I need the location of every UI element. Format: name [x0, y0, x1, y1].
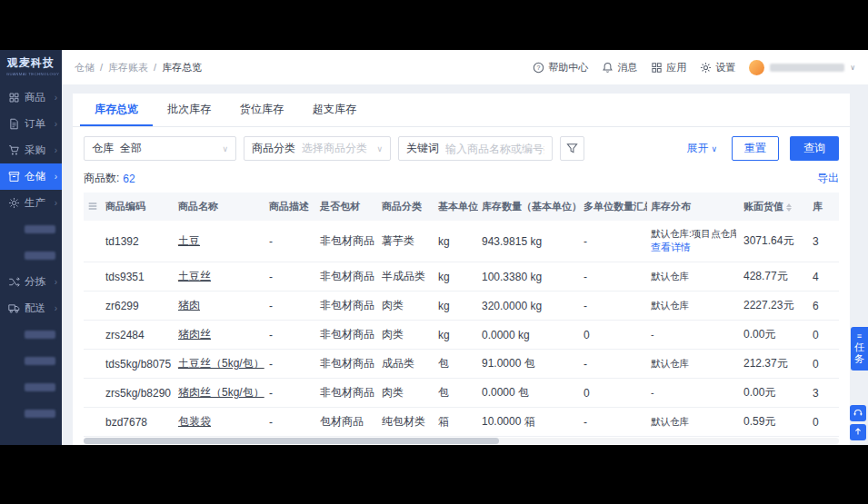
- column-label: 是否包材: [320, 201, 360, 212]
- sidebar-item-采购[interactable]: 采购›: [0, 137, 62, 163]
- view-details-link[interactable]: 查看详情: [651, 241, 736, 255]
- sidebar-item-label: 生产: [25, 196, 50, 210]
- apps-button[interactable]: 应用: [651, 61, 686, 74]
- horizontal-scrollbar[interactable]: [84, 438, 839, 444]
- category-select[interactable]: 商品分类 选择商品分类 ∨: [244, 136, 391, 161]
- reset-button[interactable]: 重置: [732, 136, 779, 161]
- cell-quantity: 91.0000 包: [478, 350, 580, 379]
- distribution-text: -: [651, 328, 736, 341]
- table-row[interactable]: zr6299猪肉-非包材商品肉类kg320.0000 kg-默认仓库2227.2…: [84, 292, 839, 321]
- cell-category: 半成品类: [378, 262, 434, 292]
- sidebar-item-redacted[interactable]: [0, 321, 62, 348]
- cell-quantity: 10.0000 箱: [478, 408, 580, 437]
- grid-icon: [8, 92, 20, 104]
- cell-product-name: 土豆丝（5kg/包）: [175, 350, 265, 379]
- sidebar-item-分拣[interactable]: 分拣›: [0, 269, 62, 295]
- table-row[interactable]: tds5kg/b8075土豆丝（5kg/包）-非包材商品成品类包91.0000 …: [84, 350, 839, 379]
- sidebar-item-label: 商品: [25, 91, 50, 104]
- sidebar-item-redacted[interactable]: [0, 348, 62, 374]
- column-header-账面货值[interactable]: 账面货值: [740, 193, 809, 221]
- header-actions: ? 帮助中心 消息 应用 设置 ∨: [533, 60, 855, 75]
- column-settings-header[interactable]: [84, 193, 102, 221]
- redacted-label: [25, 331, 55, 339]
- scrollbar-thumb[interactable]: [84, 438, 499, 444]
- product-name-link[interactable]: 猪肉: [178, 299, 200, 311]
- product-name-link[interactable]: 土豆: [178, 234, 200, 247]
- cell-clipped-column: 0: [809, 321, 839, 350]
- help-center-button[interactable]: ? 帮助中心: [533, 61, 588, 74]
- column-label: 多单位数量汇总: [584, 201, 647, 212]
- expand-filters-link[interactable]: 展开 ∨: [686, 141, 717, 156]
- sidebar-item-配送[interactable]: 配送›: [0, 295, 62, 321]
- product-name-link[interactable]: 包装袋: [178, 415, 211, 428]
- redacted-label: [25, 225, 55, 233]
- tab-货位库存[interactable]: 货位库存: [225, 94, 298, 126]
- task-panel-tab[interactable]: ≡ 任务: [851, 327, 868, 371]
- floating-top-button[interactable]: [850, 424, 866, 440]
- cell-base-unit: kg: [434, 262, 478, 292]
- product-name-link[interactable]: 土豆丝（5kg/包）: [178, 357, 264, 370]
- settings-button[interactable]: 设置: [700, 61, 735, 74]
- table-row[interactable]: td1392土豆-非包材商品薯芋类kg943.9815 kg-默认仓库:项目点仓…: [84, 221, 839, 262]
- table-row[interactable]: tds9351土豆丝-非包材商品半成品类kg100.3380 kg-默认仓库42…: [84, 262, 839, 292]
- distribution-text: 默认仓库:项目点仓库: [651, 227, 736, 241]
- sidebar-item-商品[interactable]: 商品›: [0, 84, 62, 111]
- breadcrumb-item[interactable]: 库存账表: [108, 61, 148, 74]
- content-card: 库存总览批次库存货位库存超支库存 仓库 全部 ∨ 商品分类 选择商品分类 ∨ 关…: [73, 94, 850, 445]
- cell-multi-unit-total: -: [580, 408, 647, 437]
- cell-multi-unit-total: -: [580, 221, 647, 262]
- floating-service-button[interactable]: [850, 405, 866, 421]
- cell-distribution: 默认仓库: [647, 408, 740, 437]
- sidebar-item-生产[interactable]: 生产›: [0, 190, 62, 216]
- keyword-input[interactable]: [445, 143, 544, 155]
- brand-logo[interactable]: 观麦科技 GUANMAI TECHNOLOGY: [0, 50, 62, 81]
- user-menu[interactable]: ∨: [749, 60, 855, 75]
- sidebar-item-redacted[interactable]: [0, 242, 62, 269]
- export-link[interactable]: 导出: [817, 171, 839, 186]
- table-row[interactable]: zrs2484猪肉丝-非包材商品肉类kg0.0000 kg0-0.00元0: [84, 321, 839, 350]
- sidebar-item-redacted[interactable]: [0, 374, 62, 400]
- column-header-库: 库: [809, 193, 839, 221]
- column-header-商品描述: 商品描述: [265, 193, 316, 221]
- sidebar-item-label: 采购: [25, 143, 50, 157]
- table-row[interactable]: zrs5kg/b8290猪肉丝（5kg/包）-非包材商品肉类包0.0000 包0…: [84, 379, 839, 408]
- column-header-商品编码: 商品编码: [102, 193, 175, 221]
- sidebar-item-redacted[interactable]: [0, 216, 62, 242]
- product-name-link[interactable]: 猪肉丝（5kg/包）: [178, 386, 264, 399]
- tab-超支库存[interactable]: 超支库存: [298, 94, 371, 126]
- product-name-link[interactable]: 猪肉丝: [178, 328, 211, 341]
- cell-product-code: bzd7678: [102, 408, 175, 437]
- settings-label: 设置: [715, 61, 735, 74]
- warehouse-select[interactable]: 仓库 全部 ∨: [84, 136, 236, 161]
- cell-clipped-column: 4: [809, 262, 839, 292]
- sort-icon[interactable]: [786, 203, 792, 212]
- cell-distribution: -: [647, 379, 740, 408]
- cell-book-value: 2227.23元: [740, 292, 809, 321]
- product-name-link[interactable]: 土豆丝: [178, 270, 211, 282]
- cell-packing: 非包材商品: [316, 262, 378, 292]
- bell-icon: [602, 62, 614, 74]
- table-row[interactable]: bzd7678包装袋-包材商品纯包材类箱10.0000 箱-默认仓库0.59元0: [84, 408, 839, 437]
- cell-multi-unit-total: -: [580, 350, 647, 379]
- messages-button[interactable]: 消息: [602, 61, 637, 74]
- cell-description: -: [265, 321, 316, 350]
- tab-库存总览[interactable]: 库存总览: [80, 94, 153, 126]
- cell-clipped-column: 3: [809, 221, 839, 262]
- sidebar-item-订单[interactable]: 订单›: [0, 111, 62, 137]
- cell-multi-unit-total: 0: [580, 321, 647, 350]
- column-label: 商品分类: [382, 201, 422, 212]
- filter-funnel-button[interactable]: [560, 136, 584, 161]
- sidebar-item-redacted[interactable]: [0, 400, 62, 427]
- column-header-库存分布: 库存分布: [647, 193, 740, 221]
- cell-distribution: 默认仓库: [647, 262, 740, 292]
- tab-批次库存[interactable]: 批次库存: [153, 94, 225, 126]
- column-label: 库存数量（基本单位）: [482, 201, 580, 212]
- search-button[interactable]: 查询: [790, 136, 839, 161]
- product-name-link[interactable]: 土豆丝炒肉: [178, 444, 233, 445]
- sidebar-item-label: 分拣: [25, 275, 50, 289]
- breadcrumb-item[interactable]: 库存总览: [162, 61, 202, 74]
- sidebar-item-仓储[interactable]: 仓储›: [0, 163, 62, 190]
- brand-name: 观麦科技: [2, 55, 60, 71]
- chevron-down-icon: ∨: [850, 64, 855, 72]
- breadcrumb-item[interactable]: 仓储: [75, 61, 95, 74]
